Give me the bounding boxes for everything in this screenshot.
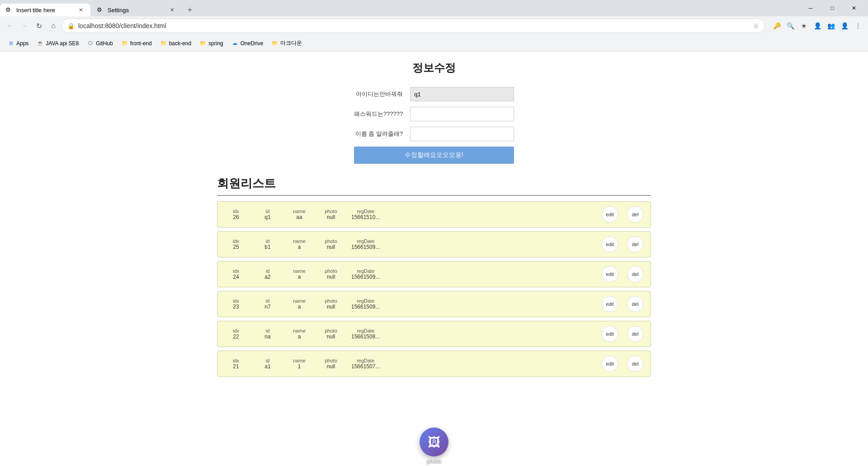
member-name-2: name a (288, 268, 311, 280)
bookmark-backend[interactable]: 📁 back-end (156, 38, 195, 49)
bookmark-java[interactable]: ☕ JAVA api SE8 (33, 38, 82, 49)
id-val-4: na (264, 333, 270, 340)
form-row-password: 패스워드는?????? (350, 104, 518, 124)
apps-icon: ⊞ (7, 40, 14, 47)
member-id-1: id b1 (256, 238, 279, 250)
name-input[interactable] (410, 127, 514, 141)
tab-favicon-1: ⚙ (5, 6, 13, 14)
maximize-button[interactable]: □ (822, 2, 843, 14)
del-button-3[interactable]: del (627, 296, 643, 312)
photo-val-5: null (327, 363, 335, 370)
edit-button-1[interactable]: edit (602, 236, 618, 252)
photo-label-5: photo (325, 358, 337, 363)
form-row-name: 이름 좀 알려줄래? (350, 124, 518, 144)
id-label-1: id (266, 238, 270, 244)
member-name-1: name a (288, 238, 311, 250)
bookmark-apps[interactable]: ⊞ Apps (4, 38, 32, 49)
edit-button-0[interactable]: edit (602, 206, 618, 223)
browser-window: ⚙ Insert title here ✕ ⚙ Settings ✕ + ─ □… (0, 0, 868, 459)
member-card-3: idx 23 id n7 name a photo null (217, 291, 651, 317)
member-idx-0: idx 26 (225, 209, 247, 220)
id-label-0: id (266, 209, 270, 214)
edit-button-4[interactable]: edit (602, 326, 618, 342)
bookmark-star-icon[interactable]: ★ (797, 19, 810, 32)
member-regdate-3: regDate 15661509... (351, 298, 380, 310)
back-button[interactable]: ← (4, 19, 16, 32)
edit-button-3[interactable]: edit (602, 296, 618, 312)
member-regdate-4: regDate 15661508... (351, 328, 380, 340)
forward-button[interactable]: → (18, 19, 31, 32)
idx-val-3: 23 (233, 304, 239, 310)
member-idx-1: idx 25 (225, 238, 247, 250)
address-bar: ← → ↻ ⌂ 🔒 localhost:8080/client/index.ht… (0, 16, 868, 35)
bookmark-markdown[interactable]: 📁 마크다운 (268, 38, 306, 49)
id-val-2: a2 (264, 274, 270, 280)
markdown-icon: 📁 (271, 40, 278, 47)
member-id-3: id n7 (256, 298, 279, 310)
account-icon[interactable]: 👥 (825, 19, 837, 32)
member-photo-3: photo null (320, 298, 342, 310)
bookmark-frontend[interactable]: 📁 front-end (118, 38, 156, 49)
tab-title-2: Settings (108, 7, 165, 14)
search-icon[interactable]: 🔍 (784, 19, 797, 32)
regdate-val-3: 15661509... (351, 304, 380, 310)
member-idx-3: idx 23 (225, 298, 247, 310)
bookmark-github[interactable]: ⬡ GitHub (83, 38, 116, 49)
new-tab-button[interactable]: + (184, 4, 196, 16)
reload-button[interactable]: ↻ (33, 19, 45, 32)
page-content: 정보수정 아이디는안바꿔줘 패스워드는?????? (0, 52, 868, 459)
member-regdate-0: regDate 15661510... (351, 209, 380, 220)
id-input[interactable] (410, 87, 514, 101)
tab-favicon-2: ⚙ (97, 6, 104, 14)
bookmark-github-label: GitHub (96, 40, 113, 47)
id-val-0: q1 (264, 214, 270, 220)
name-label: 이름 좀 알려줄래? (350, 124, 406, 144)
idx-label-3: idx (233, 298, 239, 304)
photo-glyph: 🖼 (428, 435, 440, 450)
github-icon: ⬡ (87, 40, 94, 47)
regdate-val-1: 15661509... (351, 244, 380, 250)
photo-val-4: null (327, 333, 335, 340)
regdate-label-3: regDate (357, 298, 374, 304)
member-id-4: id na (256, 328, 279, 340)
lock-icon: 🔒 (67, 23, 75, 29)
menu-icon[interactable]: ⋮ (852, 19, 864, 32)
del-button-1[interactable]: del (627, 236, 643, 252)
url-bar[interactable]: 🔒 localhost:8080/client/index.html ☆ (61, 19, 765, 33)
inactive-tab[interactable]: ⚙ Settings ✕ (91, 4, 182, 16)
tab-close-1[interactable]: ✕ (77, 6, 85, 14)
user-icon[interactable]: 👤 (838, 19, 851, 32)
edit-button-5[interactable]: edit (602, 356, 618, 372)
active-tab[interactable]: ⚙ Insert title here ✕ (0, 4, 90, 16)
member-card-4: idx 22 id na name a photo null (217, 321, 651, 347)
home-button[interactable]: ⌂ (47, 19, 60, 32)
idx-label-5: idx (233, 358, 239, 363)
submit-cell: 수정할래요오오오옹! (350, 144, 518, 166)
profile-icon[interactable]: 👤 (811, 19, 824, 32)
tab-close-2[interactable]: ✕ (168, 6, 176, 14)
submit-button[interactable]: 수정할래요오오오옹! (354, 147, 514, 164)
del-button-2[interactable]: del (627, 266, 643, 282)
photo-val-3: null (327, 304, 335, 310)
password-input[interactable] (410, 107, 514, 121)
photo-val-2: null (327, 274, 335, 280)
close-button[interactable]: ✕ (844, 2, 864, 14)
bookmark-spring[interactable]: 📁 spring (196, 38, 227, 49)
member-photo-5: photo null (320, 358, 342, 370)
del-button-5[interactable]: del (627, 356, 643, 372)
form-row-id: 아이디는안바꿔줘 (350, 84, 518, 104)
form-row-submit: 수정할래요오오오옹! (350, 144, 518, 166)
edit-button-2[interactable]: edit (602, 266, 618, 282)
key-icon[interactable]: 🔑 (770, 19, 783, 32)
member-photo-0: photo null (320, 209, 342, 220)
del-button-0[interactable]: del (627, 206, 643, 223)
photo-label-1: photo (325, 238, 337, 244)
photo-dock-item[interactable]: 🖼 photo (420, 428, 448, 459)
idx-val-4: 22 (233, 333, 239, 340)
title-bar: ⚙ Insert title here ✕ ⚙ Settings ✕ + ─ □… (0, 0, 868, 16)
bookmark-onedrive[interactable]: ☁ OneDrive (228, 38, 267, 49)
del-button-4[interactable]: del (627, 326, 643, 342)
minimize-button[interactable]: ─ (800, 2, 821, 14)
name-val-2: a (298, 274, 301, 280)
bookmarks-bar: ⊞ Apps ☕ JAVA api SE8 ⬡ GitHub 📁 front-e… (0, 35, 868, 52)
